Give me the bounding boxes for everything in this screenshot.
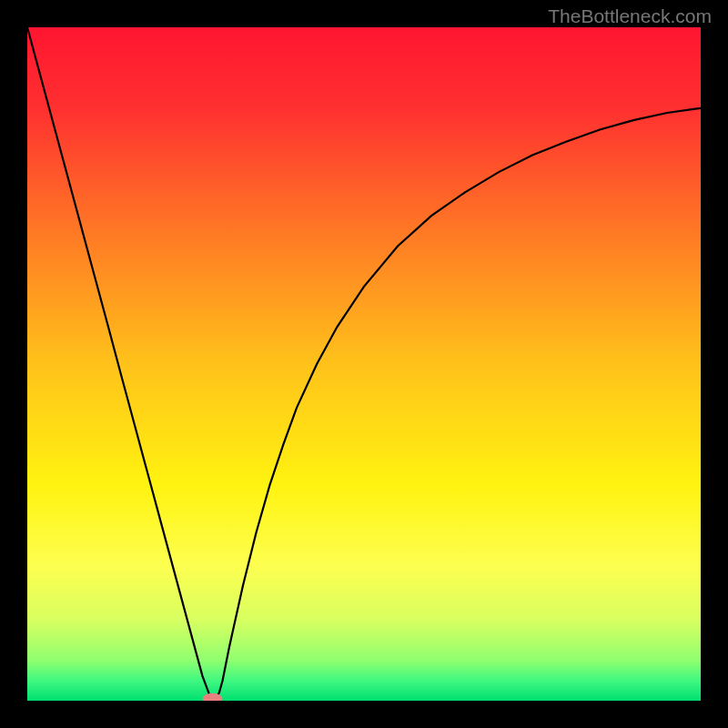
watermark-text: TheBottleneck.com [548, 5, 712, 27]
chart-frame [27, 27, 701, 701]
bottleneck-chart [27, 27, 701, 701]
gradient-background [27, 27, 701, 701]
